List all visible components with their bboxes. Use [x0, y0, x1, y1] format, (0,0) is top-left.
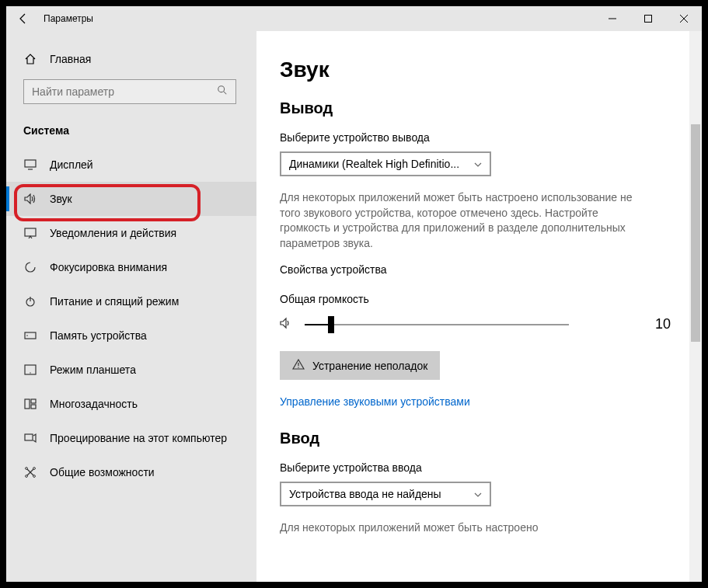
- body: Главная Система Дисплей Звук Уведомления…: [6, 31, 702, 582]
- power-icon: [23, 295, 37, 308]
- sidebar-item-label: Память устройства: [50, 329, 147, 342]
- titlebar: Параметры: [6, 6, 702, 31]
- sidebar: Главная Система Дисплей Звук Уведомления…: [6, 31, 256, 582]
- sidebar-item-label: Режим планшета: [50, 364, 136, 376]
- manage-devices-link[interactable]: Управление звуковыми устройствами: [280, 395, 671, 408]
- sidebar-item-label: Проецирование на этот компьютер: [50, 432, 227, 444]
- sidebar-item-projecting[interactable]: Проецирование на этот компьютер: [6, 421, 256, 455]
- volume-row: 10: [280, 316, 671, 332]
- sidebar-item-shared[interactable]: Общие возможности: [6, 455, 256, 489]
- device-properties-link[interactable]: Свойства устройства: [280, 263, 671, 276]
- svg-point-4: [218, 86, 225, 92]
- scrollbar[interactable]: [689, 31, 702, 582]
- home-label: Главная: [50, 53, 91, 65]
- projecting-icon: [23, 433, 37, 444]
- sidebar-item-label: Фокусировка внимания: [50, 261, 167, 273]
- svg-rect-18: [25, 434, 33, 440]
- svg-rect-15: [25, 399, 30, 409]
- svg-rect-16: [31, 399, 36, 403]
- svg-point-12: [26, 335, 28, 336]
- sidebar-item-sound[interactable]: Звук: [6, 182, 256, 216]
- scrollbar-thumb[interactable]: [691, 124, 700, 342]
- sidebar-item-power[interactable]: Питание и спящий режим: [6, 284, 256, 318]
- svg-rect-11: [25, 332, 36, 339]
- svg-point-14: [30, 372, 30, 373]
- troubleshoot-button[interactable]: Устранение неполадок: [280, 351, 440, 380]
- troubleshoot-label: Устранение неполадок: [312, 360, 427, 372]
- sidebar-item-notifications[interactable]: Уведомления и действия: [6, 216, 256, 250]
- sidebar-item-tablet[interactable]: Режим планшета: [6, 353, 256, 387]
- slider-thumb[interactable]: [328, 316, 334, 333]
- output-desc: Для некоторых приложений может быть наст…: [280, 190, 645, 251]
- sidebar-item-label: Питание и спящий режим: [50, 295, 179, 308]
- warning-icon: [292, 359, 305, 372]
- dropdown-value: Динамики (Realtek High Definitio...: [289, 158, 474, 170]
- input-device-dropdown[interactable]: Устройства ввода не найдены: [280, 482, 491, 506]
- sidebar-item-label: Уведомления и действия: [50, 227, 176, 239]
- input-device-label: Выберите устройства ввода: [280, 461, 671, 474]
- input-desc: Для некоторых приложений может быть наст…: [280, 520, 645, 536]
- svg-rect-6: [25, 160, 36, 167]
- sidebar-item-storage[interactable]: Память устройства: [6, 318, 256, 353]
- input-heading: Ввод: [280, 430, 671, 447]
- svg-point-21: [26, 468, 28, 470]
- back-button[interactable]: [6, 6, 40, 31]
- speaker-icon[interactable]: [280, 317, 295, 332]
- content: Звук Вывод Выберите устройство вывода Ди…: [256, 31, 702, 582]
- svg-point-26: [298, 367, 298, 368]
- shared-icon: [23, 466, 37, 478]
- home-button[interactable]: Главная: [6, 45, 256, 73]
- svg-rect-1: [645, 16, 652, 23]
- volume-value: 10: [624, 316, 671, 332]
- dropdown-value: Устройства ввода не найдены: [289, 488, 474, 500]
- sidebar-item-label: Звук: [50, 193, 72, 205]
- sidebar-item-label: Дисплей: [50, 158, 93, 171]
- multitask-icon: [23, 398, 37, 409]
- chevron-down-icon: [474, 490, 482, 499]
- sidebar-item-label: Общие возможности: [50, 466, 155, 478]
- notifications-icon: [23, 228, 37, 238]
- svg-point-22: [33, 468, 36, 470]
- close-button[interactable]: [666, 6, 702, 31]
- output-device-label: Выберите устройство вывода: [280, 131, 671, 144]
- chevron-down-icon: [474, 160, 482, 169]
- search-wrap: [6, 73, 256, 118]
- maximize-button[interactable]: [630, 6, 666, 31]
- tablet-icon: [23, 364, 37, 375]
- sidebar-item-label: Многозадачность: [50, 398, 138, 410]
- output-heading: Вывод: [280, 99, 671, 117]
- svg-point-24: [33, 475, 36, 478]
- home-icon: [23, 53, 37, 65]
- sidebar-item-multitask[interactable]: Многозадачность: [6, 387, 256, 421]
- storage-icon: [23, 331, 37, 340]
- window-title: Параметры: [40, 13, 93, 24]
- sound-icon: [23, 193, 37, 204]
- settings-window: Параметры Главная Система Дисплей: [0, 0, 708, 588]
- minimize-button[interactable]: [595, 6, 630, 31]
- sidebar-item-display[interactable]: Дисплей: [6, 148, 256, 182]
- search-input[interactable]: [32, 85, 217, 98]
- svg-rect-17: [31, 405, 36, 409]
- display-icon: [23, 159, 37, 170]
- section-title: Система: [6, 118, 256, 148]
- volume-slider[interactable]: [305, 317, 569, 332]
- search-icon: [217, 85, 228, 99]
- svg-line-5: [224, 92, 227, 95]
- window-controls: [595, 6, 702, 31]
- page-title: Звук: [280, 57, 671, 82]
- output-device-dropdown[interactable]: Динамики (Realtek High Definitio...: [280, 151, 491, 176]
- svg-rect-8: [25, 228, 36, 236]
- volume-label: Общая громкость: [280, 293, 671, 305]
- focus-icon: [23, 261, 37, 273]
- sidebar-item-focus[interactable]: Фокусировка внимания: [6, 250, 256, 284]
- search-box[interactable]: [23, 79, 236, 104]
- svg-point-23: [26, 475, 28, 478]
